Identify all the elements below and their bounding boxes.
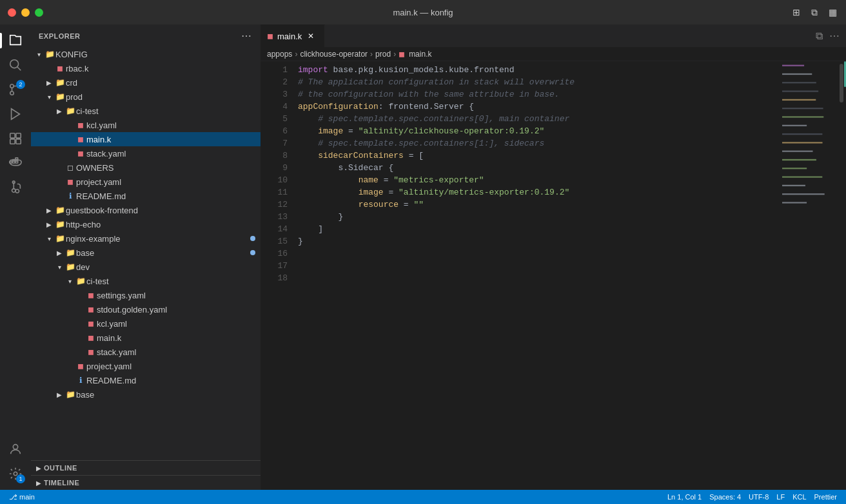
tree-item-label: nginx-example — [66, 234, 248, 244]
arrow-icon: ▾ — [44, 235, 54, 242]
code-line-1: import base.pkg.kusion_models.kube.front… — [293, 64, 779, 76]
tree-item-label: README.md — [86, 376, 255, 385]
layout-icon[interactable]: ▦ — [827, 6, 838, 18]
activity-item-search[interactable] — [5, 54, 26, 76]
activity-item-docker[interactable] — [5, 152, 26, 174]
tree-item-main-k-selected[interactable]: ◼ main.k — [31, 132, 261, 146]
code-line-12: name = "metrics-exporter" — [293, 174, 779, 186]
spacer — [75, 349, 85, 356]
sidebar-content[interactable]: ▾ 📁 KONFIG ◼ rbac.k ▶ 📁 crd ▾ 📁 prod — [31, 47, 261, 460]
arrow-icon: ▾ — [44, 93, 54, 101]
code-line-5: appConfiguration: frontend.Server { — [293, 101, 779, 113]
file-icon: ◼ — [75, 135, 86, 144]
breadcrumb-main-k[interactable]: main.k — [409, 50, 431, 59]
sidebar-actions: ⋯ — [240, 30, 253, 43]
minimize-button[interactable] — [21, 8, 30, 17]
tree-item-readme-md-2[interactable]: ℹ README.md — [31, 373, 261, 387]
tree-item-label: ci-test — [86, 276, 255, 286]
tree-item-crd[interactable]: ▶ 📁 crd — [31, 75, 261, 90]
maximize-button[interactable] — [35, 8, 43, 17]
tree-item-dev[interactable]: ▾ 📁 dev — [31, 260, 261, 274]
outline-panel: ▶ OUTLINE — [31, 460, 261, 475]
svg-point-20 — [14, 472, 17, 476]
tree-item-base[interactable]: ▶ 📁 base — [31, 246, 261, 260]
tree-item-ci-test-2[interactable]: ▾ 📁 ci-test — [31, 274, 261, 288]
activity-item-debug[interactable] — [5, 103, 26, 125]
tree-item-rbac-k[interactable]: ◼ rbac.k — [31, 61, 261, 75]
tree-item-label: main.k — [86, 135, 255, 144]
code-content[interactable]: import base.pkg.kusion_models.kube.front… — [293, 61, 779, 490]
status-branch[interactable]: ⎇ main — [5, 493, 39, 501]
sidebar-toggle-icon[interactable]: ⊞ — [791, 6, 802, 18]
tree-item-kcl-yaml[interactable]: ◼ kcl.yaml — [31, 118, 261, 132]
status-encoding[interactable]: UTF-8 — [745, 493, 772, 501]
tree-item-label: prod — [66, 92, 255, 102]
svg-rect-7 — [16, 133, 21, 138]
main-layout: 2 — [0, 24, 846, 490]
activity-item-git2[interactable] — [5, 177, 26, 199]
tree-item-project-yaml[interactable]: ◼ project.yaml — [31, 175, 261, 189]
status-language[interactable]: KCL — [789, 493, 810, 501]
tree-item-kcl-yaml-2[interactable]: ◼ kcl.yaml — [31, 316, 261, 331]
tree-item-nginx-example[interactable]: ▾ 📁 nginx-example — [31, 231, 261, 246]
split-editor-button[interactable]: ⧉ — [812, 30, 825, 43]
activity-item-accounts[interactable] — [5, 438, 26, 460]
timeline-panel-header[interactable]: ▶ TIMELINE — [31, 476, 261, 490]
tree-item-http-echo[interactable]: ▶ 📁 http-echo — [31, 217, 261, 231]
window-controls — [8, 8, 43, 17]
tree-item-readme-md[interactable]: ℹ README.md — [31, 189, 261, 203]
modified-badge — [250, 236, 255, 241]
close-button[interactable] — [8, 8, 16, 17]
file-icon: ◼ — [75, 121, 86, 130]
arrow-icon: ▶ — [36, 465, 41, 472]
tree-item-ci-test[interactable]: ▶ 📁 ci-test — [31, 104, 261, 118]
activity-item-source-control[interactable]: 2 — [5, 79, 26, 101]
tree-item-main-k-2[interactable]: ◼ main.k — [31, 331, 261, 345]
file-icon: ℹ — [64, 191, 76, 200]
svg-point-2 — [10, 92, 14, 95]
code-line-6: # spec.template.spec.containers[0], main… — [293, 113, 779, 125]
tree-item-label: base — [76, 390, 255, 400]
tree-item-base-2[interactable]: ▶ 📁 base — [31, 387, 261, 402]
tree-item-stdout-golden-yaml[interactable]: ◼ stdout.golden.yaml — [31, 302, 261, 316]
tree-item-prod[interactable]: ▾ 📁 prod — [31, 90, 261, 104]
folder-icon: 📁 — [54, 220, 66, 229]
editor-scrollbar[interactable] — [837, 61, 846, 490]
activity-item-extensions[interactable] — [5, 128, 26, 150]
status-spaces[interactable]: Spaces: 4 — [705, 493, 745, 501]
file-icon: ◼ — [54, 64, 66, 73]
scrollbar-thumb[interactable] — [840, 64, 843, 102]
activity-item-explorer[interactable] — [5, 30, 26, 52]
svg-marker-5 — [12, 109, 20, 120]
code-line-16: ] — [293, 223, 779, 235]
svg-point-0 — [10, 60, 19, 68]
settings-badge: 1 — [16, 474, 25, 483]
svg-point-16 — [12, 189, 16, 193]
tree-item-project-yaml-2[interactable]: ◼ project.yaml — [31, 359, 261, 373]
outline-panel-header[interactable]: ▶ OUTLINE — [31, 461, 261, 475]
tab-close-button[interactable]: ✕ — [306, 31, 316, 41]
activity-item-settings[interactable]: 1 — [5, 463, 26, 485]
tree-item-owners[interactable]: ◻ OWNERS — [31, 160, 261, 175]
file-icon: ℹ — [75, 376, 86, 385]
new-file-button[interactable]: ⋯ — [240, 30, 253, 43]
spacer — [75, 334, 85, 342]
status-eol[interactable]: LF — [772, 493, 789, 501]
breadcrumb-appops[interactable]: appops — [267, 50, 292, 59]
status-formatter[interactable]: Prettier — [811, 493, 841, 501]
status-cursor-position[interactable]: Ln 1, Col 1 — [664, 493, 705, 501]
breadcrumb-prod[interactable]: prod — [375, 50, 391, 59]
tree-item-stack-yaml[interactable]: ◼ stack.yaml — [31, 146, 261, 160]
folder-icon: 📁 — [64, 390, 76, 399]
more-actions-button[interactable]: ⋯ — [828, 30, 841, 43]
spacer — [64, 150, 75, 157]
sidebar-title: EXPLORER — [39, 32, 81, 40]
tree-root-konfig[interactable]: ▾ 📁 KONFIG — [31, 47, 261, 61]
tree-item-stack-yaml-2[interactable]: ◼ stack.yaml — [31, 345, 261, 359]
breadcrumb-clickhouse-operator[interactable]: clickhouse-operator — [300, 50, 368, 59]
split-editor-icon[interactable]: ⧉ — [809, 6, 820, 18]
tree-item-guestbook-frontend[interactable]: ▶ 📁 guestbook-frontend — [31, 203, 261, 217]
tree-item-label: README.md — [76, 191, 255, 201]
tab-main-k[interactable]: ◼ main.k ✕ — [261, 24, 325, 47]
tree-item-settings-yaml[interactable]: ◼ settings.yaml — [31, 288, 261, 302]
